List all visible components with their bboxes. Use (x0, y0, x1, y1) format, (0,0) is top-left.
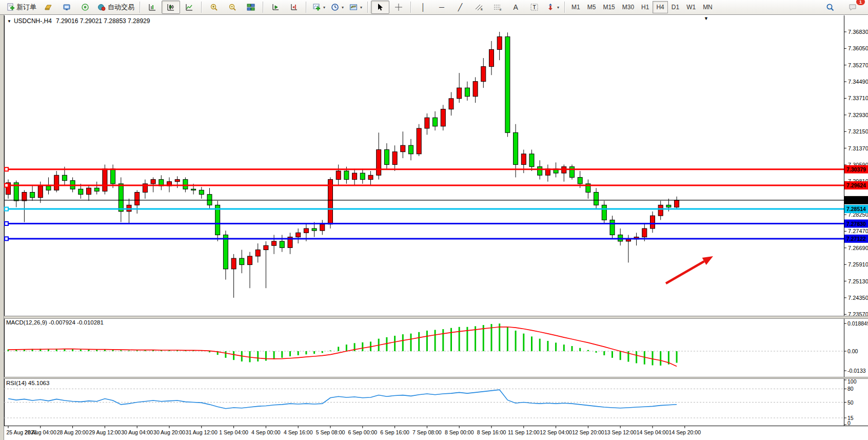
candle (368, 175, 373, 179)
macd-signal-line (8, 327, 677, 367)
zoom-in-button[interactable] (205, 1, 223, 14)
signal-button[interactable] (76, 1, 94, 14)
market-watch-button[interactable] (39, 1, 57, 14)
horizontal-line-button[interactable]: ─ (432, 1, 451, 14)
time-axis[interactable]: 25 Aug 202328 Aug 04:0028 Aug 20:0029 Au… (7, 426, 701, 435)
candle (135, 192, 140, 205)
periods-button[interactable]: ▾ (328, 1, 346, 14)
candle (675, 200, 679, 207)
text-label-button[interactable]: T (525, 1, 543, 14)
time-axis-label: 4 Sep 00:00 (251, 429, 281, 435)
notifications-button[interactable]: 1 (843, 1, 862, 14)
candle (304, 228, 308, 233)
chevron-down-icon: ▾ (360, 5, 362, 10)
vertical-line-button[interactable]: │ (414, 1, 432, 14)
candle (489, 49, 494, 66)
terminal-icon (63, 3, 71, 12)
hline-handle[interactable] (5, 222, 8, 225)
arrow-annotation[interactable] (666, 256, 713, 283)
svg-text:0: 0 (847, 420, 851, 426)
candle (151, 180, 155, 184)
timeframe-group: M1M5M15M30H1H4D1W1MN (568, 1, 716, 13)
tile-windows-button[interactable] (242, 1, 260, 14)
hline-handle[interactable] (5, 184, 8, 187)
timeframe-h4-button[interactable]: H4 (653, 1, 667, 13)
macd-axis[interactable]: 0.0188490.00-0.0133 (844, 320, 868, 374)
chart-corner-marker-icon[interactable]: ▼ (704, 16, 708, 21)
macd-indicator-label: MACD(12,26,9) -0.007924 -0.010281 (6, 319, 104, 326)
timeframe-m30-button[interactable]: M30 (619, 1, 638, 13)
fibonacci-button[interactable]: F (488, 1, 506, 14)
svg-text:7.32150: 7.32150 (848, 128, 868, 135)
rsi-line (8, 390, 677, 409)
chart-title-marker-icon[interactable]: ▼ (7, 19, 11, 24)
svg-text:7.26690: 7.26690 (848, 245, 868, 251)
svg-text:7.33710: 7.33710 (848, 95, 868, 101)
arrows-tool-button[interactable]: ▾ (543, 1, 562, 14)
equidistant-channel-button[interactable]: E (469, 1, 488, 14)
timeframe-m1-button[interactable]: M1 (568, 1, 584, 13)
timeframe-w1-button[interactable]: W1 (683, 1, 699, 13)
text-button[interactable]: A (506, 1, 525, 14)
window-left-edge (0, 15, 4, 440)
trendline-button[interactable]: ╱ (451, 1, 469, 14)
toolbar-separator (564, 2, 565, 13)
chart-shift-button[interactable] (285, 1, 303, 14)
hline-handle[interactable] (5, 167, 8, 171)
line-chart-button[interactable] (180, 1, 199, 14)
timeframe-m5-button[interactable]: M5 (584, 1, 600, 13)
candle (336, 171, 341, 180)
candle (352, 173, 357, 179)
crosshair-button[interactable] (389, 1, 408, 14)
rsi-indicator-label: RSI(14) 45.1063 (6, 380, 49, 386)
new-order-button[interactable]: 新订单 (3, 1, 39, 14)
candle (505, 37, 510, 133)
rsi-axis[interactable]: 1008050150 (844, 378, 857, 426)
candle (433, 118, 438, 126)
search-button[interactable] (821, 1, 839, 14)
timeframe-d1-button[interactable]: D1 (668, 1, 683, 13)
chart-quotes: 7.29016 7.29021 7.28853 7.28929 (56, 17, 150, 25)
text-icon: A (513, 4, 518, 11)
candle (264, 245, 268, 250)
svg-text:7.25130: 7.25130 (848, 278, 868, 284)
terminal-button[interactable] (57, 1, 76, 14)
svg-text:7.31370: 7.31370 (848, 145, 868, 151)
new-order-label: 新订单 (16, 3, 36, 12)
candle (602, 205, 606, 220)
cursor-icon (376, 3, 385, 12)
crosshair-icon (394, 3, 403, 12)
price-line-label: 7.29624 (846, 182, 866, 188)
candle (514, 132, 518, 164)
timeframe-mn-button[interactable]: MN (699, 1, 716, 13)
zoom-out-button[interactable] (223, 1, 242, 14)
templates-button[interactable]: ▾ (346, 1, 365, 14)
time-axis-label: 12 Sep 20:00 (572, 429, 604, 435)
timeframe-h1-button[interactable]: H1 (638, 1, 653, 13)
candle (441, 109, 445, 126)
svg-text:7.25910: 7.25910 (848, 261, 868, 267)
toolbar-separator (367, 2, 368, 13)
new-order-icon (6, 3, 14, 12)
timeframe-m15-button[interactable]: M15 (599, 1, 618, 13)
cursor-button[interactable] (371, 1, 389, 14)
toolbar-separator (201, 2, 202, 13)
add-indicator-button[interactable]: ▾ (309, 1, 328, 14)
hline-handle[interactable] (5, 237, 8, 240)
signal-icon (81, 3, 90, 12)
auto-scroll-icon (271, 3, 280, 12)
candle (191, 189, 196, 190)
auto-scroll-button[interactable] (266, 1, 285, 14)
autotrade-button[interactable]: 自动交易 (94, 1, 137, 14)
candle (78, 189, 83, 194)
candle (199, 190, 204, 194)
candlestick-chart-button[interactable] (162, 1, 180, 14)
candle (529, 154, 534, 167)
hline-objects[interactable] (4, 167, 844, 240)
hline-handle[interactable] (5, 207, 8, 211)
chart-canvas[interactable]: 7.368307.360507.352707.344907.337107.329… (0, 0, 868, 440)
bar-chart-button[interactable] (143, 1, 162, 14)
candle (111, 169, 115, 184)
time-axis-label: 13 Sep 12:00 (604, 429, 637, 435)
chart-title: ▼ USDCNH-,H4 7.29016 7.29021 7.28853 7.2… (7, 17, 150, 25)
